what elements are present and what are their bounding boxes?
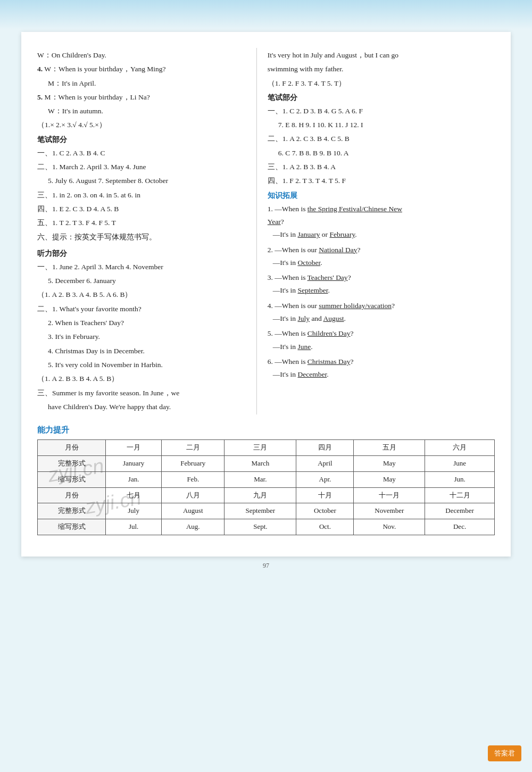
line-5-answer: W：It's in autumn.: [48, 105, 246, 118]
l2-er-ans: （1. A 2. B 3. B 4. A 5. B）: [37, 372, 246, 385]
cell-jan-abbr: Jan.: [106, 471, 162, 487]
line-checkmarks: （1.× 2.× 3.√ 4.√ 5.×）: [37, 119, 246, 131]
cell-feb-cn: 二月: [162, 440, 225, 456]
q4-question: 4. —When is our summer holiday/vacation?: [268, 300, 495, 312]
l2-er-5: 5. It's very cold in November in Harbin.: [48, 359, 246, 371]
qa-2: 2. —When is our National Day? —It's in O…: [268, 244, 495, 270]
cell-december: December: [425, 503, 495, 519]
ability-section: 能力提升 月份 一月 二月 三月 四月 五月 六月 完整形式 January F…: [37, 425, 495, 535]
r-yi-2: 7. E 8. H 9. I 10. K 11. J 12. I: [278, 119, 495, 131]
table-full-row-1: 完整形式 January February March April May Ju…: [38, 455, 495, 471]
qa-6: 6. —When is Christmas Day? —It's in Dece…: [268, 355, 495, 381]
r-yi-1: 一、1. C 2. D 3. B 4. G 5. A 6. F: [268, 105, 495, 118]
table-full-row-2: 完整形式 July August September October Novem…: [38, 503, 495, 519]
q1-question: 1. —When is the Spring Festival/Chinese …: [268, 203, 495, 215]
q2-answer: —It's in October.: [273, 256, 495, 269]
table-abbr-row-1: 缩写形式 Jan. Feb. Mar. Apr. May Jun.: [38, 471, 495, 487]
r-passage-2: swimming with my father.: [268, 63, 495, 76]
cell-may-abbr: May: [354, 471, 425, 487]
cell-abbr-label-2: 缩写形式: [38, 519, 106, 535]
main-page: W：On Children's Day. 4. W：When is your b…: [21, 32, 511, 557]
line-4-answer: M：It's in April.: [48, 77, 246, 90]
l2-san-2: have Children's Day. We're happy that da…: [48, 401, 246, 413]
line-5-birthday: 5. M：When is your birthday，Li Na?: [37, 91, 246, 104]
cell-may-cn: 五月: [354, 440, 425, 456]
q4-answer: —It's in July and August.: [273, 312, 495, 325]
cell-nov-cn: 十一月: [354, 487, 425, 503]
san-answer: 三、1. in 2. on 3. on 4. in 5. at 6. in: [37, 189, 246, 202]
cell-apr-abbr: Apr.: [296, 471, 354, 487]
knowledge-title: 知识拓展: [268, 191, 495, 201]
q3-answer: —It's in September.: [273, 284, 495, 297]
q5-answer: —It's in June.: [273, 341, 495, 353]
cell-yufen-2: 月份: [38, 487, 106, 503]
cell-april: April: [296, 455, 354, 471]
cell-jan-cn: 一月: [106, 440, 162, 456]
cell-full-label-1: 完整形式: [38, 455, 106, 471]
q1-answer: —It's in January or February.: [273, 228, 495, 241]
l2-er-4: 4. Christmas Day is in December.: [48, 345, 246, 358]
cell-apr-cn: 四月: [296, 440, 354, 456]
months-table: 月份 一月 二月 三月 四月 五月 六月 完整形式 January Februa…: [37, 439, 495, 535]
qa-1: 1. —When is the Spring Festival/Chinese …: [268, 203, 495, 242]
l2-yi-2: 5. December 6. January: [48, 275, 246, 287]
table-header-row-1: 月份 一月 二月 三月 四月 五月 六月: [38, 440, 495, 456]
cell-october: October: [296, 503, 354, 519]
cell-jun-abbr: Jun.: [425, 471, 495, 487]
cell-january: January: [106, 455, 162, 471]
corner-badge: 答案君: [488, 745, 521, 761]
r-er-2: 6. C 7. B 8. B 9. B 10. A: [278, 147, 495, 160]
writing-part-label-1: 笔试部分: [37, 135, 246, 145]
cell-sep-cn: 九月: [225, 487, 296, 503]
q3-question: 3. —When is Teachers' Day?: [268, 271, 495, 284]
er-answer-2: 5. July 6. August 7. September 8. Octobe…: [48, 175, 246, 187]
main-content: W：On Children's Day. 4. W：When is your b…: [37, 48, 495, 414]
line-w-on-children: W：On Children's Day.: [37, 49, 246, 62]
wu-answer: 五、1. T 2. T 3. F 4. F 5. T: [37, 217, 246, 229]
cell-oct-abbr: Oct.: [296, 519, 354, 535]
page-number: 97: [0, 562, 532, 570]
liu-answer: 六、提示：按英文手写体规范书写。: [37, 231, 246, 244]
r-er-1: 二、1. A 2. C 3. B 4. C 5. B: [268, 132, 495, 145]
r-si: 四、1. F 2. T 3. T 4. T 5. F: [268, 175, 495, 187]
cell-dec-cn: 十二月: [425, 487, 495, 503]
cell-mar-cn: 三月: [225, 440, 296, 456]
qa-5: 5. —When is Children's Day? —It's in Jun…: [268, 327, 495, 353]
table-abbr-row-2: 缩写形式 Jul. Aug. Sept. Oct. Nov. Dec.: [38, 519, 495, 535]
ability-title: 能力提升: [37, 425, 495, 435]
cell-february: February: [162, 455, 225, 471]
si-answer: 四、1. E 2. C 3. D 4. A 5. B: [37, 203, 246, 215]
r-san: 三、1. A 2. B 3. B 4. A: [268, 161, 495, 173]
cell-march: March: [225, 455, 296, 471]
writing-part-label-r: 笔试部分: [268, 93, 495, 103]
cell-september: September: [225, 503, 296, 519]
cell-jun-cn: 六月: [425, 440, 495, 456]
l2-er-3: 3. It's in February.: [48, 330, 246, 343]
q1-question-cont: Year?: [268, 215, 495, 228]
cell-november: November: [354, 503, 425, 519]
l2-er-intro: 二、1. What's your favorite month?: [37, 303, 246, 316]
r-passage-1: It's very hot in July and August，but I c…: [268, 49, 495, 62]
q5-question: 5. —When is Children's Day?: [268, 327, 495, 340]
q6-answer: —It's in December.: [273, 368, 495, 381]
l2-er-2: 2. When is Teachers' Day?: [48, 317, 246, 329]
l2-yi-1: 一、1. June 2. April 3. March 4. November: [37, 261, 246, 273]
line-4-birthday: 4. W：When is your birthday，Yang Ming?: [37, 63, 246, 76]
cell-nov-abbr: Nov.: [354, 519, 425, 535]
cell-jul-abbr: Jul.: [106, 519, 162, 535]
cell-aug-abbr: Aug.: [162, 519, 225, 535]
qa-3: 3. —When is Teachers' Day? —It's in Sept…: [268, 271, 495, 297]
cell-july: July: [106, 503, 162, 519]
right-column: It's very hot in July and August，but I c…: [257, 48, 495, 414]
qa-4: 4. —When is our summer holiday/vacation?…: [268, 300, 495, 326]
cell-sep-abbr: Sept.: [225, 519, 296, 535]
yi-answer: 一、1. C 2. A 3. B 4. C: [37, 147, 246, 160]
left-column: W：On Children's Day. 4. W：When is your b…: [37, 48, 257, 414]
cell-june: June: [425, 455, 495, 471]
cell-may-full: May: [354, 455, 425, 471]
listening-part-label-2: 听力部分: [37, 249, 246, 259]
cell-mar-abbr: Mar.: [225, 471, 296, 487]
cell-abbr-label-1: 缩写形式: [38, 471, 106, 487]
section-1-continuation: W：On Children's Day. 4. W：When is your b…: [37, 49, 246, 132]
cell-jul-cn: 七月: [106, 487, 162, 503]
